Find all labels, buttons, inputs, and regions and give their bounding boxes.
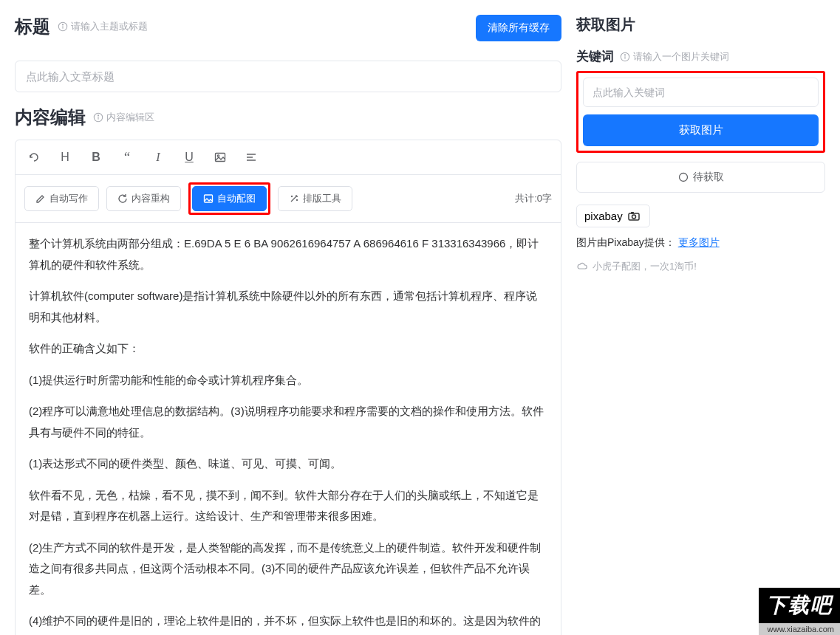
editor-paragraph: 软件的正确含义如下： [29, 338, 547, 360]
svg-point-19 [632, 215, 635, 219]
refresh-icon [117, 193, 128, 204]
svg-point-1 [62, 24, 63, 25]
restructure-button[interactable]: 内容重构 [106, 186, 181, 211]
info-icon [93, 112, 103, 123]
provider-text: 图片由Pixabay提供： 更多图片 [576, 236, 825, 250]
auto-write-button[interactable]: 自动写作 [24, 186, 99, 211]
editor-paragraph: (2)程序可以满意地处理信息的数据结构。(3)说明程序功能要求和程序需要的文档的… [29, 401, 547, 443]
editor-paragraph: (1)表达形式不同的硬件类型、颜色、味道、可见、可摸、可闻。 [29, 453, 547, 475]
image-icon [203, 193, 214, 204]
align-button[interactable] [240, 146, 262, 168]
watermark-brand: 下载吧 [759, 588, 840, 623]
keyword-label: 关键词 [576, 48, 614, 65]
info-icon [620, 52, 630, 62]
quote-button[interactable]: “ [116, 146, 138, 168]
underline-button[interactable]: U [178, 146, 200, 168]
editor-content[interactable]: 整个计算机系统由两部分组成：E.69DA 5 E 6 BA 9062616964… [16, 223, 561, 635]
content-hint: 内容编辑区 [93, 111, 154, 124]
keyword-hint: 请输入一个图片关键词 [620, 50, 729, 64]
title-hint: 请输入主题或标题 [58, 20, 148, 33]
watermark-url: www.xiazaiba.com [759, 623, 840, 635]
title-section-label: 标题 [15, 15, 50, 38]
svg-rect-11 [205, 195, 213, 202]
fetch-image-button[interactable]: 获取图片 [583, 114, 819, 146]
clear-cache-button[interactable]: 清除所有缓存 [476, 15, 561, 41]
svg-point-15 [624, 54, 625, 55]
word-count: 共计:0字 [515, 192, 552, 205]
editor-toolbar: H B “ I U [16, 140, 561, 175]
cloud-icon [576, 262, 588, 271]
auto-image-button[interactable]: 自动配图 [192, 186, 267, 211]
watermark: 下载吧 www.xiazaiba.com [759, 588, 840, 635]
italic-button[interactable]: I [147, 146, 169, 168]
editor-paragraph: (4)维护不同的硬件是旧的，理论上软件是旧的，并不坏，但实际上软件也是旧的和坏的… [29, 611, 547, 635]
svg-point-12 [292, 196, 293, 197]
svg-point-4 [98, 115, 98, 116]
info-icon [58, 21, 68, 32]
undo-button[interactable] [23, 146, 45, 168]
editor-paragraph: 软件看不见，无色，枯燥，看不见，摸不到，闻不到。软件大部分存在于人们的头脑或纸上… [29, 485, 547, 527]
content-section-label: 内容编辑 [15, 106, 86, 129]
article-title-input[interactable] [15, 61, 561, 92]
highlight-keyword-area: 获取图片 [576, 71, 825, 153]
wand-icon [289, 193, 299, 204]
svg-point-13 [297, 200, 298, 201]
editor-paragraph: 计算机软件(computer software)是指计算机系统中除硬件以外的所有… [29, 286, 547, 328]
editor-paragraph: 整个计算机系统由两部分组成：E.69DA 5 E 6 BA 9062616964… [29, 233, 547, 275]
cost-note: 小虎子配图，一次1淘币! [576, 260, 825, 273]
svg-point-17 [679, 174, 687, 182]
svg-rect-20 [631, 212, 634, 214]
image-button[interactable] [209, 146, 231, 168]
pending-button[interactable]: 待获取 [576, 162, 825, 193]
highlight-auto-image: 自动配图 [188, 182, 270, 215]
svg-point-7 [217, 155, 219, 157]
action-row: 自动写作 内容重构 自动配图 排版工具 共计:0字 [16, 175, 561, 223]
heading-button[interactable]: H [54, 146, 76, 168]
sidebar-title: 获取图片 [576, 15, 635, 35]
editor-paragraph: (2)生产方式不同的软件是开发，是人类智能的高发挥，而不是传统意义上的硬件制造。… [29, 538, 547, 601]
keyword-input[interactable] [583, 78, 819, 107]
editor-paragraph: (1)提供运行时所需功能和性能的命令或计算机程序集合。 [29, 370, 547, 391]
pixabay-logo: pixabay [576, 205, 650, 227]
circle-icon [678, 172, 689, 182]
pencil-icon [35, 193, 46, 204]
camera-icon [627, 211, 642, 222]
bold-button[interactable]: B [85, 146, 107, 168]
more-images-link[interactable]: 更多图片 [678, 236, 720, 248]
editor-panel: H B “ I U 自动写作 内容重构 [15, 140, 561, 635]
layout-tool-button[interactable]: 排版工具 [278, 186, 352, 211]
